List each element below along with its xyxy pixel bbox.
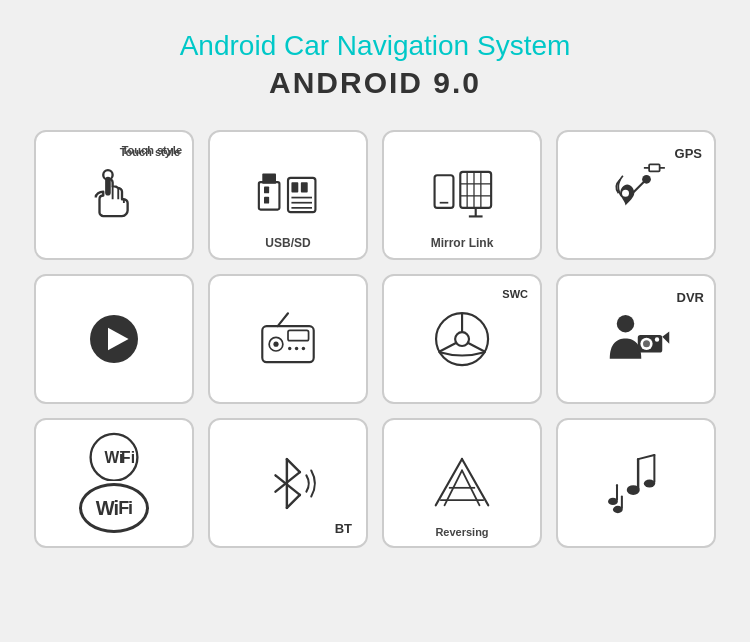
svg-line-30: [278, 313, 288, 326]
page-subtitle: ANDROID 9.0: [269, 66, 481, 100]
svg-rect-14: [460, 172, 491, 208]
svg-line-41: [438, 342, 456, 352]
feature-bt: BT: [208, 418, 368, 548]
radio-icon: [253, 309, 323, 369]
mirror-icon: [427, 165, 497, 225]
swc-icon: [430, 307, 495, 372]
svg-point-39: [455, 332, 469, 346]
feature-touch: Touch style Touch style: [34, 130, 194, 260]
svg-rect-4: [264, 186, 269, 193]
page-title: Android Car Navigation System: [180, 30, 571, 62]
feature-swc: SWC: [382, 274, 542, 404]
gps-icon: [601, 160, 671, 230]
svg-line-53: [286, 459, 299, 472]
feature-dvr: DVR: [556, 274, 716, 404]
svg-point-71: [612, 505, 622, 512]
feature-wifi: Wi Fi WiFi: [34, 418, 194, 548]
svg-rect-2: [259, 182, 280, 209]
svg-point-46: [643, 340, 650, 347]
svg-point-43: [617, 315, 635, 333]
feature-gps: GPS: [556, 130, 716, 260]
svg-line-55: [286, 494, 299, 507]
dvr-icon: [601, 309, 671, 369]
feature-usbsd: USB/SD: [208, 130, 368, 260]
music-icon: [604, 451, 669, 516]
svg-point-48: [655, 337, 659, 341]
play-icon: [84, 309, 144, 369]
feature-radio: [208, 274, 368, 404]
svg-rect-3: [262, 174, 276, 184]
svg-rect-24: [649, 164, 660, 171]
svg-rect-5: [264, 197, 269, 204]
svg-line-65: [638, 455, 654, 459]
svg-rect-34: [288, 330, 309, 340]
usbsd-icon: [253, 165, 323, 225]
svg-line-42: [467, 342, 485, 352]
feature-mirror: Mirror Link: [382, 130, 542, 260]
bt-icon: [256, 451, 321, 516]
svg-point-36: [295, 347, 298, 350]
svg-point-27: [622, 190, 629, 197]
svg-marker-47: [662, 332, 669, 344]
svg-point-35: [288, 347, 291, 350]
reverse-icon: [427, 453, 497, 513]
svg-text:Fi: Fi: [121, 449, 135, 466]
feature-reverse: Reversing: [382, 418, 542, 548]
svg-rect-7: [291, 182, 298, 192]
svg-point-37: [302, 347, 305, 350]
wifi-icon: Wi Fi: [79, 430, 149, 481]
svg-rect-8: [301, 182, 308, 192]
features-grid: Touch style Touch style USB/SD: [34, 130, 716, 548]
svg-point-33: [273, 342, 278, 347]
svg-point-67: [643, 479, 654, 487]
touch-icon: [77, 158, 152, 233]
svg-point-64: [626, 485, 639, 495]
svg-point-69: [608, 497, 618, 504]
feature-play: [34, 274, 194, 404]
feature-music: [556, 418, 716, 548]
